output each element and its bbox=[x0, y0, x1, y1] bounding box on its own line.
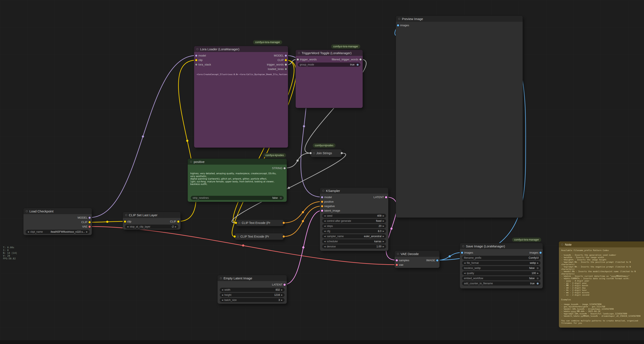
port-clip-out[interactable] bbox=[177, 220, 180, 223]
decrement-arrow-icon[interactable]: ◀ bbox=[222, 294, 223, 296]
port-model-out[interactable] bbox=[88, 217, 91, 219]
toggle-dot[interactable] bbox=[357, 64, 358, 66]
widget-stop-at-clip-layer[interactable]: ◀ stop_at_clip_layer -2 ▶ bbox=[125, 224, 178, 229]
decrement-arrow-icon[interactable]: ◀ bbox=[324, 236, 326, 237]
decrement-arrow-icon[interactable]: ◀ bbox=[127, 226, 128, 228]
node-clip-set-last-layer[interactable]: CLIP Set Last Layer clip CLIP ◀ stop_at_… bbox=[123, 212, 180, 230]
widget-add-counter-to-filename[interactable]: add_counter_to_filename true bbox=[462, 281, 540, 286]
node-positive-prompt[interactable]: positive STRING highres, very detailed, … bbox=[188, 159, 287, 202]
port-negative-in[interactable] bbox=[321, 205, 323, 207]
increment-arrow-icon[interactable]: ▶ bbox=[383, 236, 384, 237]
widget-steps[interactable]: ◀ steps 20 ▶ bbox=[322, 224, 386, 228]
toggle-dot[interactable] bbox=[537, 282, 538, 284]
node-header[interactable]: TriggerWord Toggle (LoraManager) bbox=[296, 50, 363, 56]
port-string-out[interactable] bbox=[284, 167, 286, 169]
prompt-textarea[interactable]: highres, very detailed, amazing quality,… bbox=[188, 170, 287, 186]
node-preview-image[interactable]: Preview Image images bbox=[396, 16, 522, 218]
increment-arrow-icon[interactable]: ▶ bbox=[383, 240, 384, 242]
node-header[interactable]: Lora Loader (LoraManager) bbox=[194, 46, 288, 52]
decrement-arrow-icon[interactable]: ◀ bbox=[324, 240, 326, 242]
node-header[interactable]: KSampler bbox=[320, 188, 388, 194]
widget-ckpt-name[interactable]: ◀ ckpt_name ilwaiNSFWIllustrious_v110.s.… bbox=[26, 230, 90, 234]
decrement-arrow-icon[interactable]: ◀ bbox=[222, 299, 223, 301]
port-filtered-trigger-words-out[interactable] bbox=[360, 58, 362, 60]
port-string-out[interactable] bbox=[341, 152, 343, 154]
decrement-arrow-icon[interactable]: ◀ bbox=[324, 225, 326, 227]
port-trigger-words-out[interactable] bbox=[285, 64, 287, 66]
widget-batch-size[interactable]: ◀ batch_size 3 ▶ bbox=[220, 298, 284, 302]
decrement-arrow-icon[interactable]: ◀ bbox=[324, 220, 326, 222]
node-save-image[interactable]: Save Image (LoraManager) images images f… bbox=[460, 243, 543, 288]
port-latent-out[interactable] bbox=[385, 196, 387, 198]
graph-canvas[interactable]: Load Checkpoint MODEL CLIP VAE ◀ ckpt_na… bbox=[0, 0, 644, 344]
widget-group-mode[interactable]: group_mode true bbox=[298, 62, 360, 67]
widget-cfg[interactable]: ◀ cfg 8.0 ▶ bbox=[322, 229, 386, 233]
node-vae-decode[interactable]: VAE Decode samples IMAGE vae bbox=[395, 251, 440, 268]
port-string-in[interactable] bbox=[310, 152, 312, 154]
port-images-in[interactable] bbox=[397, 24, 399, 26]
node-header[interactable]: Note bbox=[559, 242, 644, 248]
port-clip-in[interactable] bbox=[234, 236, 236, 238]
decrement-arrow-icon[interactable]: ◀ bbox=[324, 230, 326, 232]
widget-height[interactable]: ◀ height 1216 ▶ bbox=[220, 293, 284, 297]
increment-arrow-icon[interactable]: ▶ bbox=[383, 230, 384, 232]
decrement-arrow-icon[interactable]: ◀ bbox=[222, 289, 223, 291]
port-vae-in[interactable] bbox=[396, 264, 398, 266]
decrement-arrow-icon[interactable]: ◀ bbox=[464, 262, 466, 264]
port-samples-in[interactable] bbox=[396, 259, 398, 262]
port-vae-out[interactable] bbox=[88, 226, 91, 228]
widget-filename-prefix[interactable]: filename_prefix ComfyUI bbox=[462, 256, 540, 260]
node-header[interactable]: VAE Decode bbox=[395, 251, 440, 257]
widget-file-format[interactable]: ◀ file_format webp ▶ bbox=[462, 261, 540, 265]
node-clip-text-encode-positive[interactable]: CLIP Text Encode (Pr bbox=[236, 220, 284, 226]
increment-arrow-icon[interactable]: ▶ bbox=[537, 262, 538, 264]
increment-arrow-icon[interactable]: ▶ bbox=[383, 220, 384, 222]
widget-quality[interactable]: ◀ quality 100 ▶ bbox=[462, 271, 540, 275]
node-status-icon[interactable] bbox=[237, 236, 239, 238]
port-image-out[interactable] bbox=[436, 259, 438, 262]
port-clip-out[interactable] bbox=[285, 59, 287, 61]
decrement-arrow-icon[interactable]: ◀ bbox=[324, 246, 326, 248]
toggle-dot[interactable] bbox=[537, 278, 538, 280]
node-header[interactable]: positive bbox=[188, 159, 287, 165]
port-loaded-loras-out[interactable] bbox=[285, 68, 287, 70]
increment-arrow-icon[interactable]: ▶ bbox=[383, 225, 384, 227]
toggle-dot[interactable] bbox=[280, 197, 282, 199]
increment-arrow-icon[interactable]: ▶ bbox=[281, 294, 283, 296]
port-positive-in[interactable] bbox=[321, 201, 323, 203]
node-clip-text-encode-negative[interactable]: CLIP Text Encode (Pr bbox=[235, 233, 284, 240]
port-clip-in[interactable] bbox=[195, 59, 197, 61]
increment-arrow-icon[interactable]: ▶ bbox=[281, 289, 283, 291]
increment-arrow-icon[interactable]: ▶ bbox=[383, 215, 384, 217]
node-triggerword-toggle[interactable]: TriggerWord Toggle (LoraManager) trigger… bbox=[296, 50, 363, 108]
widget-seed[interactable]: ◀ seed 409 ▶ bbox=[322, 214, 386, 218]
increment-arrow-icon[interactable]: ▶ bbox=[175, 226, 176, 228]
node-header[interactable]: Empty Latent Image bbox=[218, 275, 287, 281]
widget-scheduler[interactable]: ◀ scheduler karras ▶ bbox=[322, 239, 386, 244]
node-lora-loader[interactable]: Lora Loader (LoraManager) model MODEL cl… bbox=[194, 46, 288, 148]
port-model-in[interactable] bbox=[195, 54, 197, 57]
node-status-icon[interactable] bbox=[238, 222, 240, 224]
port-latent-image-in[interactable] bbox=[321, 210, 323, 212]
port-model-out[interactable] bbox=[285, 54, 287, 57]
increment-arrow-icon[interactable]: ▶ bbox=[86, 231, 88, 233]
port-clip-out[interactable] bbox=[88, 221, 91, 223]
node-header[interactable]: Save Image (LoraManager) bbox=[460, 243, 543, 249]
widget-sampler-name[interactable]: ◀ sampler_name euler_ancestral ▶ bbox=[322, 234, 386, 238]
port-clip-in[interactable] bbox=[124, 220, 126, 223]
decrement-arrow-icon[interactable]: ◀ bbox=[324, 215, 326, 217]
widget-lossless-webp[interactable]: lossless_webp false bbox=[462, 266, 540, 270]
port-latent-out[interactable] bbox=[284, 284, 286, 286]
node-header[interactable]: CLIP Set Last Layer bbox=[123, 212, 180, 218]
widget-control-after-generate[interactable]: ◀ control after generate fixed ▶ bbox=[322, 219, 386, 223]
port-clip-in[interactable] bbox=[235, 222, 237, 224]
node-empty-latent-image[interactable]: Empty Latent Image LATENT ◀ width 832 ▶ … bbox=[218, 275, 287, 304]
widget-width[interactable]: ◀ width 832 ▶ bbox=[220, 288, 284, 292]
decrement-arrow-icon[interactable]: ◀ bbox=[464, 272, 466, 274]
node-header[interactable]: Preview Image bbox=[396, 16, 522, 22]
increment-arrow-icon[interactable]: ▶ bbox=[281, 299, 283, 301]
port-conditioning-out[interactable] bbox=[283, 236, 285, 238]
node-load-checkpoint[interactable]: Load Checkpoint MODEL CLIP VAE ◀ ckpt_na… bbox=[24, 208, 92, 235]
port-images-in[interactable] bbox=[461, 252, 463, 254]
node-ksampler[interactable]: KSampler model LATENT positive negative … bbox=[320, 188, 388, 251]
